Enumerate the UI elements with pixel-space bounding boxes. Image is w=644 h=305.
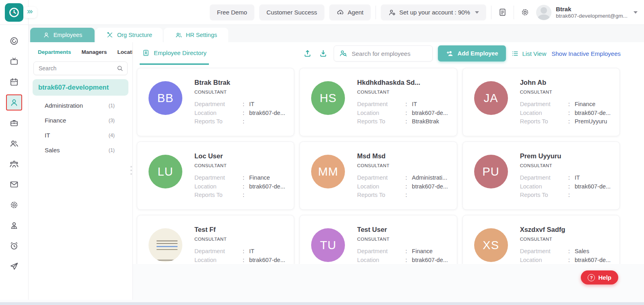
panel-tabs: DepartmentsManagersLocations	[29, 42, 132, 60]
divider	[491, 6, 491, 19]
tab-hr-settings[interactable]: HR Settings	[164, 28, 228, 42]
employee-card[interactable]: MMMsd MsdCONSULTANTDepartment:Administra…	[299, 141, 457, 210]
settings-button[interactable]	[519, 6, 531, 18]
upload-icon	[303, 49, 312, 58]
field-label: Reports To	[520, 191, 568, 200]
app-logo[interactable]	[5, 3, 23, 22]
show-inactive-employees-link[interactable]: Show Inactive Employees	[551, 50, 621, 57]
sidebar-item-user-badge[interactable]	[0, 215, 28, 235]
field-label: Reports To	[194, 117, 243, 126]
employee-search	[334, 45, 433, 61]
sidebar-item-people[interactable]	[0, 133, 28, 154]
employee-avatar: TU	[311, 228, 345, 262]
add-employee-button[interactable]: Add Employee	[438, 45, 506, 61]
user-menu[interactable]: Btrak btrak607-development@gm...	[536, 5, 638, 20]
topbar-link-free-demo[interactable]: Free Demo	[210, 4, 254, 20]
field-label: Location	[357, 182, 405, 191]
department-count: (1)	[109, 103, 115, 108]
team-icon	[9, 159, 19, 169]
employee-card[interactable]: LULoc UserCONSULTANTDepartment:FinanceLo…	[137, 141, 294, 210]
panel-tab-managers[interactable]: Managers	[82, 49, 107, 55]
field-label: Location	[194, 256, 243, 264]
employee-avatar: LU	[149, 155, 182, 188]
gear-icon	[9, 200, 19, 210]
question-mark-icon: ?	[588, 274, 595, 281]
employee-title: CONSULTANT	[357, 163, 449, 168]
employee-title: CONSULTANT	[194, 237, 287, 242]
sidebar-item-gear[interactable]	[0, 194, 28, 215]
documents-button[interactable]	[496, 6, 509, 18]
document-icon	[498, 8, 507, 17]
field-value: Administrati...	[412, 174, 447, 182]
field-label: Department	[357, 247, 405, 256]
sidebar-item-employee[interactable]	[0, 92, 28, 113]
department-item-it[interactable]: IT(4)	[29, 128, 132, 143]
list-view-button[interactable]: List View	[511, 50, 546, 57]
import-employees-button[interactable]	[302, 48, 313, 59]
sidebar-item-briefcase[interactable]	[0, 113, 28, 133]
help-button[interactable]: ? Help	[581, 270, 618, 285]
sidebar-item-calendar[interactable]	[0, 72, 28, 92]
field-value: IT	[249, 247, 254, 256]
employee-name: Xszdxvf Sadfg	[520, 226, 612, 233]
field-label: Department	[520, 174, 568, 182]
employee-card[interactable]: HSHkdhkdhaskda Sd...CONSULTANTDepartment…	[299, 68, 457, 136]
field-value: Finance	[249, 174, 270, 182]
topbar-link-customer-success[interactable]: Customer Success	[259, 4, 324, 20]
field-label: Location	[194, 109, 243, 118]
employee-card[interactable]: BBBtrak BtrakCONSULTANTDepartment:ITLoca…	[137, 68, 294, 136]
field-label: Location	[357, 109, 405, 118]
field-label: Reports To	[357, 117, 405, 126]
tab-employees[interactable]: Employees	[30, 28, 95, 42]
department-list: Administration(1)Finance(3)IT(4)Sales(1)	[29, 98, 132, 158]
field-label: Department	[520, 247, 568, 256]
employee-cards-viewport[interactable]: BBBtrak BtrakCONSULTANTDepartment:ITLoca…	[133, 65, 644, 264]
sidebar-item-target[interactable]	[0, 31, 28, 51]
employee-icon	[9, 98, 19, 107]
department-item-sales[interactable]: Sales(1)	[29, 143, 132, 158]
organization-item[interactable]: btrak607-development	[33, 79, 128, 96]
employee-name: Prem Uyyuru	[520, 152, 612, 160]
employee-card[interactable]: XSXszdxvf SadfgCONSULTANTDepartment:Sale…	[462, 215, 620, 264]
field-value: btrak607-de...	[249, 109, 285, 118]
department-name: Sales	[45, 147, 109, 154]
employee-card[interactable]: TUTest UserCONSULTANTDepartment:FinanceL…	[299, 215, 457, 264]
list-view-label: List View	[522, 50, 546, 57]
field-value: btrak607-de...	[249, 256, 285, 264]
field-value: btrak607-de...	[575, 256, 611, 264]
field-value: IT	[412, 100, 417, 109]
list-view-icon	[511, 50, 519, 57]
panel-resize-handle[interactable]	[130, 166, 132, 175]
topbar: Free DemoCustomer SuccessAgent Set up yo…	[0, 0, 644, 25]
user-email: btrak607-development@gm...	[556, 13, 627, 19]
panel-tab-locations[interactable]: Locations	[118, 49, 132, 55]
sidebar-item-team[interactable]	[0, 154, 28, 174]
department-item-administration[interactable]: Administration(1)	[29, 98, 132, 113]
field-value: btrak607-de...	[575, 109, 611, 118]
chevrons-right-icon	[27, 9, 34, 16]
sidebar-item-send[interactable]	[0, 256, 28, 276]
panel-tab-departments[interactable]: Departments	[38, 49, 71, 55]
account-setup-button[interactable]: Set up your account : 90%	[381, 4, 486, 20]
tab-employee-directory[interactable]: Employee Directory	[140, 42, 209, 65]
sidebar-item-mail[interactable]	[0, 174, 28, 194]
employee-card[interactable]: JAJohn AbCONSULTANTDepartment:FinanceLoc…	[462, 68, 620, 136]
employee-card[interactable]: PUPrem UyyuruCONSULTANTDepartment:ITLoca…	[462, 141, 620, 210]
field-label: Department	[194, 247, 243, 256]
field-label: Department	[194, 174, 243, 182]
employee-avatar: BB	[149, 81, 182, 115]
employee-title: CONSULTANT	[194, 163, 287, 168]
export-employees-button[interactable]	[318, 48, 328, 59]
sidebar-item-tv[interactable]	[0, 51, 28, 72]
tab-org-structure[interactable]: Org Structure	[96, 28, 163, 42]
topbar-link-agent[interactable]: Agent	[329, 4, 371, 20]
field-label: Department	[520, 100, 568, 109]
department-item-finance[interactable]: Finance(3)	[29, 113, 132, 128]
bottom-scroll-track[interactable]	[0, 300, 644, 305]
sidebar-item-alarm[interactable]	[0, 235, 28, 256]
expand-sidebar-button[interactable]	[23, 7, 37, 18]
employee-search-input[interactable]	[334, 45, 433, 61]
department-search-input[interactable]	[33, 61, 128, 75]
field-value: Sales	[575, 247, 589, 256]
employee-card[interactable]: Test FfCONSULTANTDepartment:ITLocation:b…	[137, 215, 294, 264]
